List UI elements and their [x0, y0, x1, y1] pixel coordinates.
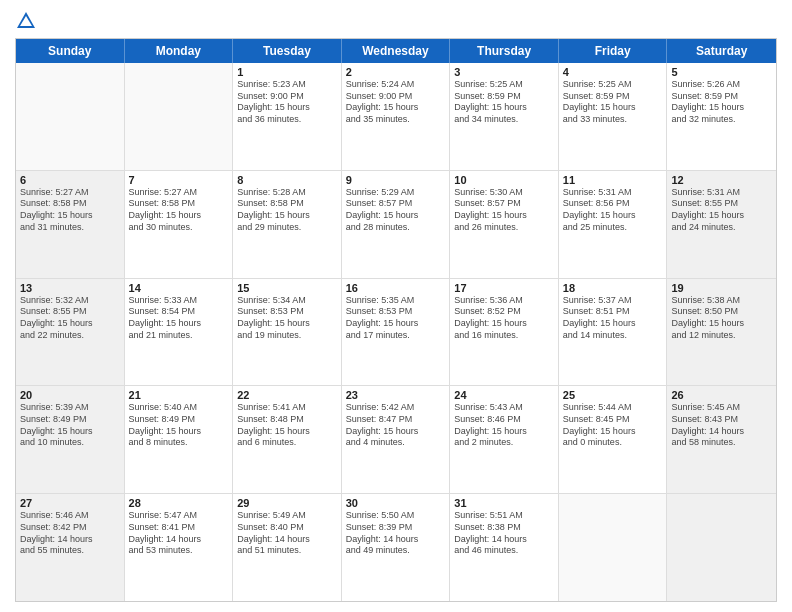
cell-line: Sunrise: 5:24 AM — [346, 79, 446, 91]
cell-line: Daylight: 14 hours — [20, 534, 120, 546]
cell-line: Sunset: 8:53 PM — [237, 306, 337, 318]
logo-icon — [15, 10, 37, 32]
calendar-body: 1Sunrise: 5:23 AMSunset: 9:00 PMDaylight… — [16, 63, 776, 601]
cell-line: Daylight: 14 hours — [454, 534, 554, 546]
cell-line: Sunrise: 5:25 AM — [454, 79, 554, 91]
day-number: 6 — [20, 174, 120, 186]
cell-line: and 4 minutes. — [346, 437, 446, 449]
day-number: 22 — [237, 389, 337, 401]
cell-line: Daylight: 14 hours — [237, 534, 337, 546]
cell-line: Sunrise: 5:35 AM — [346, 295, 446, 307]
cell-line: Daylight: 15 hours — [346, 102, 446, 114]
cell-line: Sunset: 8:58 PM — [237, 198, 337, 210]
day-number: 24 — [454, 389, 554, 401]
cell-line: Daylight: 15 hours — [563, 102, 663, 114]
day-number: 14 — [129, 282, 229, 294]
cell-line: Sunset: 8:59 PM — [563, 91, 663, 103]
cell-line: Sunrise: 5:33 AM — [129, 295, 229, 307]
cell-line: Sunset: 8:57 PM — [346, 198, 446, 210]
cell-line: Sunset: 9:00 PM — [237, 91, 337, 103]
header-day-sunday: Sunday — [16, 39, 125, 63]
cell-line: Sunset: 8:51 PM — [563, 306, 663, 318]
cell-line: Sunset: 8:53 PM — [346, 306, 446, 318]
cal-cell-r1c6: 12Sunrise: 5:31 AMSunset: 8:55 PMDayligh… — [667, 171, 776, 278]
cell-line: Sunrise: 5:50 AM — [346, 510, 446, 522]
day-number: 5 — [671, 66, 772, 78]
day-number: 23 — [346, 389, 446, 401]
cell-line: Daylight: 15 hours — [20, 318, 120, 330]
cell-line: Sunrise: 5:37 AM — [563, 295, 663, 307]
cal-cell-r3c4: 24Sunrise: 5:43 AMSunset: 8:46 PMDayligh… — [450, 386, 559, 493]
cal-cell-r1c0: 6Sunrise: 5:27 AMSunset: 8:58 PMDaylight… — [16, 171, 125, 278]
day-number: 4 — [563, 66, 663, 78]
cell-line: Sunset: 8:47 PM — [346, 414, 446, 426]
cell-line: Sunset: 8:38 PM — [454, 522, 554, 534]
cell-line: and 12 minutes. — [671, 330, 772, 342]
day-number: 28 — [129, 497, 229, 509]
day-number: 20 — [20, 389, 120, 401]
day-number: 21 — [129, 389, 229, 401]
cell-line: Sunset: 8:50 PM — [671, 306, 772, 318]
cell-line: Daylight: 15 hours — [346, 318, 446, 330]
cell-line: Sunset: 8:39 PM — [346, 522, 446, 534]
cell-line: Sunrise: 5:41 AM — [237, 402, 337, 414]
cell-line: Daylight: 15 hours — [129, 318, 229, 330]
cell-line: Sunrise: 5:39 AM — [20, 402, 120, 414]
cell-line: Sunset: 8:43 PM — [671, 414, 772, 426]
cell-line: Sunrise: 5:44 AM — [563, 402, 663, 414]
cell-line: Daylight: 15 hours — [129, 426, 229, 438]
cell-line: Sunset: 8:42 PM — [20, 522, 120, 534]
cal-cell-r3c0: 20Sunrise: 5:39 AMSunset: 8:49 PMDayligh… — [16, 386, 125, 493]
cell-line: Daylight: 14 hours — [671, 426, 772, 438]
cell-line: Sunrise: 5:51 AM — [454, 510, 554, 522]
cell-line: and 6 minutes. — [237, 437, 337, 449]
cell-line: Sunrise: 5:43 AM — [454, 402, 554, 414]
cell-line: and 0 minutes. — [563, 437, 663, 449]
cal-cell-r0c4: 3Sunrise: 5:25 AMSunset: 8:59 PMDaylight… — [450, 63, 559, 170]
cell-line: and 14 minutes. — [563, 330, 663, 342]
cell-line: Daylight: 15 hours — [454, 318, 554, 330]
cell-line: and 46 minutes. — [454, 545, 554, 557]
cell-line: Sunrise: 5:49 AM — [237, 510, 337, 522]
cell-line: and 36 minutes. — [237, 114, 337, 126]
day-number: 10 — [454, 174, 554, 186]
header-day-tuesday: Tuesday — [233, 39, 342, 63]
cell-line: Daylight: 14 hours — [129, 534, 229, 546]
day-number: 29 — [237, 497, 337, 509]
cell-line: and 34 minutes. — [454, 114, 554, 126]
cell-line: and 30 minutes. — [129, 222, 229, 234]
cell-line: Daylight: 15 hours — [454, 426, 554, 438]
cell-line: Sunset: 8:40 PM — [237, 522, 337, 534]
cell-line: Sunrise: 5:34 AM — [237, 295, 337, 307]
cal-cell-r1c4: 10Sunrise: 5:30 AMSunset: 8:57 PMDayligh… — [450, 171, 559, 278]
cell-line: Sunrise: 5:31 AM — [563, 187, 663, 199]
cal-cell-r2c2: 15Sunrise: 5:34 AMSunset: 8:53 PMDayligh… — [233, 279, 342, 386]
cell-line: and 55 minutes. — [20, 545, 120, 557]
cal-cell-r3c1: 21Sunrise: 5:40 AMSunset: 8:49 PMDayligh… — [125, 386, 234, 493]
cell-line: Sunset: 8:45 PM — [563, 414, 663, 426]
cell-line: Daylight: 15 hours — [237, 210, 337, 222]
cell-line: and 8 minutes. — [129, 437, 229, 449]
day-number: 8 — [237, 174, 337, 186]
cal-cell-r2c4: 17Sunrise: 5:36 AMSunset: 8:52 PMDayligh… — [450, 279, 559, 386]
cal-cell-r3c5: 25Sunrise: 5:44 AMSunset: 8:45 PMDayligh… — [559, 386, 668, 493]
header — [15, 10, 777, 32]
cell-line: Sunset: 8:48 PM — [237, 414, 337, 426]
day-number: 1 — [237, 66, 337, 78]
cal-cell-r2c0: 13Sunrise: 5:32 AMSunset: 8:55 PMDayligh… — [16, 279, 125, 386]
cell-line: Sunset: 8:57 PM — [454, 198, 554, 210]
cell-line: and 26 minutes. — [454, 222, 554, 234]
day-number: 18 — [563, 282, 663, 294]
cell-line: Sunrise: 5:36 AM — [454, 295, 554, 307]
cell-line: Sunrise: 5:23 AM — [237, 79, 337, 91]
cal-cell-r0c0 — [16, 63, 125, 170]
cell-line: Daylight: 15 hours — [346, 426, 446, 438]
cell-line: Sunset: 8:55 PM — [671, 198, 772, 210]
cal-cell-r4c6 — [667, 494, 776, 601]
cell-line: Daylight: 15 hours — [671, 318, 772, 330]
cell-line: Sunrise: 5:40 AM — [129, 402, 229, 414]
day-number: 7 — [129, 174, 229, 186]
cell-line: Sunset: 8:58 PM — [129, 198, 229, 210]
cell-line: Sunset: 8:55 PM — [20, 306, 120, 318]
header-day-wednesday: Wednesday — [342, 39, 451, 63]
